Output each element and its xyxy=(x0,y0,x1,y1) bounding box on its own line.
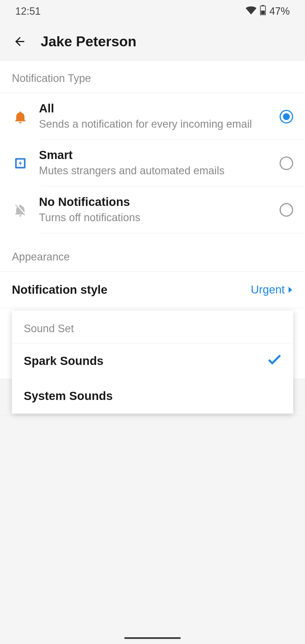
back-button[interactable] xyxy=(12,34,27,49)
option-all[interactable]: All Sends a notification for every incom… xyxy=(0,93,305,140)
notification-style-value: Urgent xyxy=(251,283,293,296)
bell-icon xyxy=(12,108,29,125)
status-time: 12:51 xyxy=(15,5,41,17)
battery-icon xyxy=(260,5,266,18)
radio-none[interactable] xyxy=(280,203,293,217)
option-smart-subtitle: Mutes strangers and automated emails xyxy=(39,164,269,178)
sound-set-popup: Sound Set Spark Sounds System Sounds xyxy=(12,311,293,414)
smart-icon xyxy=(12,155,29,172)
svg-rect-1 xyxy=(262,5,264,6)
radio-all[interactable] xyxy=(280,110,293,123)
check-icon xyxy=(268,354,281,368)
option-none-title: No Notifications xyxy=(39,195,269,209)
status-bar: 12:51 47% xyxy=(0,0,305,23)
popup-item-spark-sounds[interactable]: Spark Sounds xyxy=(12,343,293,378)
wifi-icon xyxy=(246,5,256,17)
notification-style-label: Notification style xyxy=(12,283,107,297)
popup-header-sound-set: Sound Set xyxy=(12,311,293,343)
option-all-subtitle: Sends a notification for every incoming … xyxy=(39,117,269,131)
option-smart[interactable]: Smart Mutes strangers and automated emai… xyxy=(0,140,305,186)
caret-right-icon xyxy=(288,286,293,293)
bell-off-icon xyxy=(12,201,29,218)
popup-item-system-sounds[interactable]: System Sounds xyxy=(12,378,293,414)
section-header-appearance: Appearance xyxy=(0,233,305,271)
home-indicator[interactable] xyxy=(124,637,181,639)
option-smart-title: Smart xyxy=(39,148,269,162)
battery-percent: 47% xyxy=(269,5,290,17)
radio-smart[interactable] xyxy=(280,156,293,170)
svg-rect-2 xyxy=(261,10,265,14)
section-header-notification-type: Notification Type xyxy=(0,60,305,93)
arrow-left-icon xyxy=(13,35,27,48)
page-title: Jake Peterson xyxy=(41,33,136,50)
option-none-subtitle: Turns off notifications xyxy=(39,210,269,225)
option-all-title: All xyxy=(39,102,269,115)
option-none[interactable]: No Notifications Turns off notifications xyxy=(0,187,305,233)
app-bar: Jake Peterson xyxy=(0,23,305,60)
row-notification-style[interactable]: Notification style Urgent xyxy=(0,272,305,308)
status-indicators: 47% xyxy=(246,5,290,18)
